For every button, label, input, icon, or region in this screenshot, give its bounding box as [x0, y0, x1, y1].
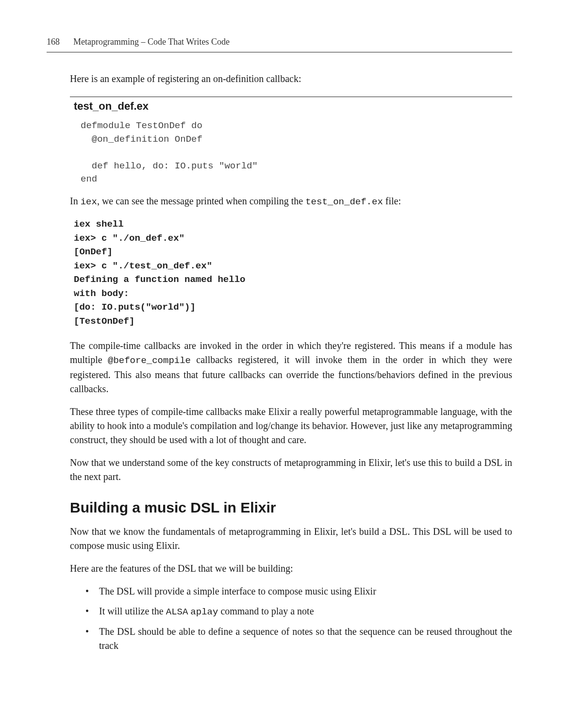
- header-rule: [47, 52, 512, 52]
- inline-code-before-compile: @before_compile: [108, 355, 191, 366]
- page-header: 168 Metaprogramming – Code That Writes C…: [47, 37, 512, 47]
- inline-code-aplay: aplay: [190, 607, 218, 617]
- code-block-module: defmodule TestOnDef do @on_definition On…: [81, 119, 512, 186]
- callbacks-power-paragraph: These three types of compile-time callba…: [70, 405, 512, 447]
- inline-code-iex: iex: [81, 197, 97, 207]
- list-item: The DSL will provide a simple interface …: [85, 584, 512, 598]
- inline-code-filename: test_on_def.ex: [305, 197, 383, 207]
- section-heading-dsl: Building a music DSL in Elixir: [70, 499, 512, 516]
- dsl-intro-paragraph: Now that we know the fundamentals of met…: [70, 525, 512, 553]
- text-fragment: , we can see the message printed when co…: [97, 196, 305, 206]
- dsl-features-intro: Here are the features of the DSL that we…: [70, 562, 512, 576]
- text-fragment: It will utilize the: [99, 606, 166, 616]
- list-item: The DSL should be able to define a seque…: [85, 625, 512, 653]
- callbacks-order-paragraph: The compile-time callbacks are invoked i…: [70, 339, 512, 396]
- code-block-iex-session: iex shell iex> c "./on_def.ex" [OnDef] i…: [74, 217, 512, 328]
- text-fragment: command to play a note: [218, 606, 314, 616]
- intro-paragraph: Here is an example of registering an on-…: [70, 72, 512, 86]
- text-fragment: In: [70, 196, 81, 206]
- list-item: It will utilize the ALSA aplay command t…: [85, 604, 512, 619]
- iex-intro-paragraph: In iex, we can see the message printed w…: [70, 194, 512, 209]
- feature-list: The DSL will provide a simple interface …: [85, 584, 512, 653]
- code-filename: test_on_def.ex: [74, 100, 512, 113]
- page-container: 168 Metaprogramming – Code That Writes C…: [0, 0, 584, 698]
- page-number: 168: [47, 37, 60, 47]
- text-fragment: file:: [383, 196, 401, 206]
- transition-paragraph: Now that we understand some of the key c…: [70, 456, 512, 484]
- inline-code-alsa: ALSA: [166, 607, 188, 617]
- chapter-title: Metaprogramming – Code That Writes Code: [73, 37, 230, 47]
- code-section-rule: [70, 97, 512, 97]
